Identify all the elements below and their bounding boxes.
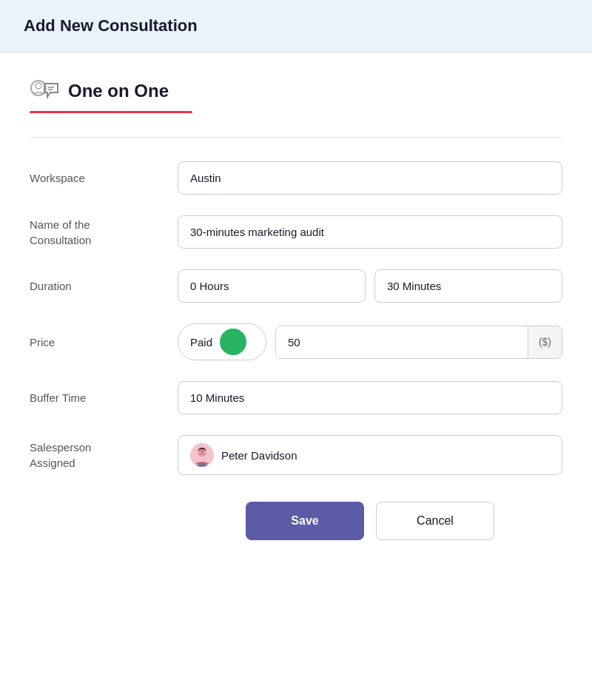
salesperson-label: Salesperson Assigned <box>30 440 178 471</box>
svg-point-5 <box>226 335 240 349</box>
svg-point-10 <box>200 452 201 454</box>
tab-label: One on One <box>68 81 169 101</box>
duration-minutes-input[interactable] <box>374 269 562 303</box>
salesperson-name: Peter Davidson <box>221 449 297 462</box>
toggle-switch[interactable] <box>220 329 246 355</box>
workspace-field[interactable] <box>178 161 562 195</box>
form-container: One on One Workspace Name of the Consult… <box>0 53 592 570</box>
consultation-name-row: Name of the Consultation <box>30 215 562 249</box>
buffer-time-input[interactable] <box>178 381 562 414</box>
consultation-name-label: Name of the Consultation <box>30 217 178 248</box>
section-divider <box>30 137 562 138</box>
buffer-time-row: Buffer Time <box>30 381 562 414</box>
buffer-time-field[interactable] <box>178 381 562 414</box>
avatar <box>190 443 214 467</box>
svg-marker-2 <box>44 84 58 97</box>
tab-underline <box>30 111 192 113</box>
duration-row: Duration <box>30 269 562 303</box>
price-input-group: ($) <box>275 326 562 359</box>
price-toggle[interactable]: Paid <box>178 323 266 360</box>
price-row: Price Paid ($) <box>30 323 562 360</box>
workspace-input[interactable] <box>178 161 562 195</box>
svg-point-1 <box>36 83 41 89</box>
workspace-label: Workspace <box>30 170 178 186</box>
page-title: Add New Consultation <box>24 16 198 35</box>
price-toggle-label: Paid <box>190 336 212 349</box>
price-label: Price <box>30 334 178 350</box>
duration-label: Duration <box>30 278 178 294</box>
consultation-name-input[interactable] <box>178 215 562 249</box>
salesperson-input[interactable]: Peter Davidson <box>178 435 562 475</box>
consultation-name-field[interactable] <box>178 215 562 249</box>
save-button[interactable]: Save <box>246 502 364 540</box>
duration-field <box>178 269 562 303</box>
buffer-time-label: Buffer Time <box>30 390 178 405</box>
salesperson-row: Salesperson Assigned <box>30 435 562 475</box>
cancel-button[interactable]: Cancel <box>376 502 494 540</box>
price-field: Paid ($) <box>178 323 562 360</box>
workspace-row: Workspace <box>30 161 562 195</box>
price-unit: ($) <box>528 326 562 358</box>
price-input[interactable] <box>276 326 528 358</box>
consultation-icon <box>30 76 61 105</box>
header-bar: Add New Consultation <box>0 0 592 53</box>
svg-point-11 <box>204 452 205 454</box>
salesperson-field[interactable]: Peter Davidson <box>178 435 562 475</box>
button-row: Save Cancel <box>30 502 562 540</box>
tab-section[interactable]: One on One <box>30 76 562 105</box>
duration-hours-input[interactable] <box>178 269 366 303</box>
